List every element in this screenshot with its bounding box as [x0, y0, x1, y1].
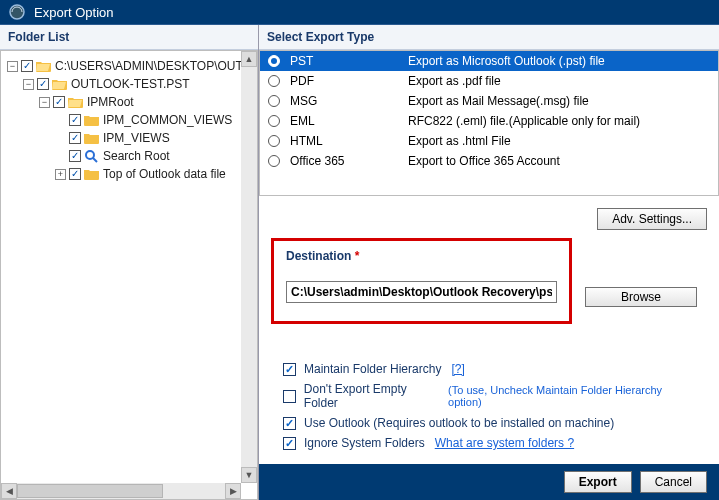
- tree-checkbox[interactable]: ✓: [69, 168, 81, 180]
- checkbox[interactable]: [283, 390, 296, 403]
- export-type-desc: Export to Office 365 Account: [408, 154, 560, 168]
- tree-node-top-outlook[interactable]: + ✓ Top of Outlook data file: [55, 165, 253, 183]
- radio-button[interactable]: [268, 155, 280, 167]
- titlebar: Export Option: [0, 0, 719, 24]
- expand-spacer: [55, 133, 66, 144]
- tree-label: IPM_VIEWS: [103, 129, 170, 147]
- export-type-desc: Export as .pdf file: [408, 74, 501, 88]
- radio-button[interactable]: [268, 115, 280, 127]
- radio-button[interactable]: [268, 135, 280, 147]
- tree-checkbox[interactable]: ✓: [69, 150, 81, 162]
- folder-icon: [84, 113, 100, 127]
- tree-label: IPMRoot: [87, 93, 134, 111]
- tree-label: OUTLOOK-TEST.PST: [71, 75, 190, 93]
- opt-use-outlook[interactable]: ✓ Use Outlook (Requires outlook to be in…: [283, 416, 695, 430]
- scroll-left-icon[interactable]: ◀: [1, 483, 17, 499]
- folder-list-panel: Folder List − ✓ C:\USERS\ADMIN\DESKTOP\O…: [0, 25, 258, 500]
- scroll-down-icon[interactable]: ▼: [241, 467, 257, 483]
- folder-list-header: Folder List: [0, 25, 258, 50]
- export-option-window: Export Option Folder List − ✓ C:\USERS\A…: [0, 0, 719, 500]
- tree-checkbox[interactable]: ✓: [53, 96, 65, 108]
- expand-spacer: [55, 151, 66, 162]
- opt-ignore-system-folders[interactable]: ✓ Ignore System Folders What are system …: [283, 436, 695, 450]
- search-folder-icon: [84, 149, 100, 163]
- checkbox[interactable]: ✓: [283, 363, 296, 376]
- destination-input[interactable]: [286, 281, 557, 303]
- cancel-button[interactable]: Cancel: [640, 471, 707, 493]
- expand-toggle[interactable]: +: [55, 169, 66, 180]
- tree-node-ipm-views[interactable]: ✓ IPM_VIEWS: [55, 129, 253, 147]
- folder-tree[interactable]: − ✓ C:\USERS\ADMIN\DESKTOP\OUTL − ✓: [0, 50, 258, 500]
- tree-label: Top of Outlook data file: [103, 165, 226, 183]
- expand-spacer: [55, 115, 66, 126]
- export-type-list: PST Export as Microsoft Outlook (.pst) f…: [259, 50, 719, 196]
- expand-toggle[interactable]: −: [7, 61, 18, 72]
- tree-checkbox[interactable]: ✓: [37, 78, 49, 90]
- destination-label: Destination *: [286, 249, 557, 263]
- option-hint: (To use, Uncheck Maintain Folder Hierarc…: [448, 384, 695, 408]
- export-type-name: EML: [290, 114, 408, 128]
- tree-scrollbar-horizontal[interactable]: ◀ ▶: [1, 483, 241, 499]
- dialog-footer: Export Cancel: [259, 464, 719, 500]
- app-logo-icon: [8, 3, 26, 21]
- scroll-thumb[interactable]: [17, 484, 163, 498]
- export-type-name: HTML: [290, 134, 408, 148]
- tree-node-search-root[interactable]: ✓ Search Root: [55, 147, 253, 165]
- opt-dont-export-empty[interactable]: Don't Export Empty Folder (To use, Unche…: [283, 382, 695, 410]
- option-label: Maintain Folder Hierarchy: [304, 362, 441, 376]
- help-link[interactable]: [?]: [451, 362, 464, 376]
- option-label: Use Outlook (Requires outlook to be inst…: [304, 416, 614, 430]
- export-type-html[interactable]: HTML Export as .html File: [260, 131, 718, 151]
- tree-label: C:\USERS\ADMIN\DESKTOP\OUTL: [55, 57, 249, 75]
- tree-node-pstfile[interactable]: − ✓ OUTLOOK-TEST.PST: [23, 75, 253, 93]
- export-type-desc: Export as .html File: [408, 134, 511, 148]
- export-type-pst[interactable]: PST Export as Microsoft Outlook (.pst) f…: [260, 51, 718, 71]
- export-type-panel: Select Export Type PST Export as Microso…: [258, 25, 719, 500]
- export-options: ✓ Maintain Folder Hierarchy [?] Don't Ex…: [271, 354, 707, 464]
- export-type-desc: Export as Microsoft Outlook (.pst) file: [408, 54, 605, 68]
- export-type-pdf[interactable]: PDF Export as .pdf file: [260, 71, 718, 91]
- export-type-name: PDF: [290, 74, 408, 88]
- scroll-up-icon[interactable]: ▲: [241, 51, 257, 67]
- destination-group: Destination * Browse: [271, 238, 572, 324]
- adv-settings-button[interactable]: Adv. Settings...: [597, 208, 707, 230]
- export-type-header: Select Export Type: [259, 25, 719, 50]
- tree-node-root[interactable]: − ✓ C:\USERS\ADMIN\DESKTOP\OUTL: [7, 57, 253, 75]
- tree-checkbox[interactable]: ✓: [69, 132, 81, 144]
- export-button[interactable]: Export: [564, 471, 632, 493]
- svg-point-1: [86, 151, 94, 159]
- radio-button[interactable]: [268, 55, 280, 67]
- scroll-right-icon[interactable]: ▶: [225, 483, 241, 499]
- tree-node-common-views[interactable]: ✓ IPM_COMMON_VIEWS: [55, 111, 253, 129]
- export-type-desc: RFC822 (.eml) file.(Applicable only for …: [408, 114, 640, 128]
- radio-button[interactable]: [268, 95, 280, 107]
- svg-line-2: [93, 158, 97, 162]
- tree-label: IPM_COMMON_VIEWS: [103, 111, 232, 129]
- tree-scrollbar-vertical[interactable]: ▲ ▼: [241, 51, 257, 483]
- export-type-name: Office 365: [290, 154, 408, 168]
- folder-icon: [84, 167, 100, 181]
- export-type-eml[interactable]: EML RFC822 (.eml) file.(Applicable only …: [260, 111, 718, 131]
- window-title: Export Option: [34, 5, 114, 20]
- opt-maintain-hierarchy[interactable]: ✓ Maintain Folder Hierarchy [?]: [283, 362, 695, 376]
- expand-toggle[interactable]: −: [23, 79, 34, 90]
- export-type-office365[interactable]: Office 365 Export to Office 365 Account: [260, 151, 718, 171]
- radio-button[interactable]: [268, 75, 280, 87]
- system-folders-help-link[interactable]: What are system folders ?: [435, 436, 574, 450]
- option-label: Ignore System Folders: [304, 436, 425, 450]
- folder-open-icon: [52, 77, 68, 91]
- folder-open-icon: [68, 95, 84, 109]
- tree-checkbox[interactable]: ✓: [69, 114, 81, 126]
- export-type-desc: Export as Mail Message(.msg) file: [408, 94, 589, 108]
- folder-open-icon: [36, 59, 52, 73]
- export-type-msg[interactable]: MSG Export as Mail Message(.msg) file: [260, 91, 718, 111]
- browse-button[interactable]: Browse: [585, 287, 697, 307]
- tree-label: Search Root: [103, 147, 170, 165]
- tree-checkbox[interactable]: ✓: [21, 60, 33, 72]
- checkbox[interactable]: ✓: [283, 437, 296, 450]
- expand-toggle[interactable]: −: [39, 97, 50, 108]
- export-type-name: MSG: [290, 94, 408, 108]
- tree-node-ipmroot[interactable]: − ✓ IPMRoot: [39, 93, 253, 111]
- checkbox[interactable]: ✓: [283, 417, 296, 430]
- option-label: Don't Export Empty Folder: [304, 382, 442, 410]
